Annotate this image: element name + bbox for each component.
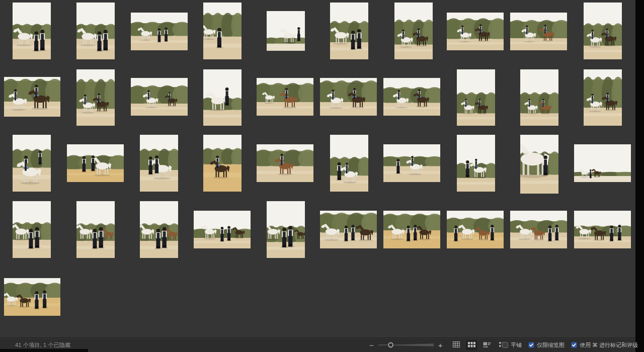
checkbox-checked-icon[interactable] <box>571 342 577 348</box>
photo-thumbnail[interactable] <box>574 144 631 182</box>
photo-thumbnail[interactable] <box>267 11 305 51</box>
photo-thumbnail[interactable] <box>203 135 242 192</box>
status-bar: 41 个项目, 1 个已隐藏 − + 平铺仅限缩览图使用 ⌘ 进行标记和评级 <box>0 337 635 352</box>
photo-thumbnail[interactable] <box>257 78 313 116</box>
checkbox-unchecked-icon[interactable] <box>502 342 508 348</box>
photo-thumbnail[interactable] <box>13 135 51 192</box>
photo-thumbnail[interactable] <box>584 69 622 126</box>
thumb-info-icon <box>483 341 491 349</box>
photo-thumbnail[interactable] <box>383 78 440 116</box>
photo-thumbnail[interactable] <box>267 201 305 258</box>
photo-thumbnail[interactable] <box>584 3 622 59</box>
photo-thumbnail[interactable] <box>383 211 440 248</box>
grid-outline-icon <box>452 341 460 349</box>
photo-thumbnail[interactable] <box>76 3 115 59</box>
photo-thumbnail[interactable] <box>203 3 242 59</box>
photo-thumbnail[interactable] <box>131 13 188 50</box>
grid-filled-icon <box>468 342 475 348</box>
view-mode-switcher <box>451 338 508 352</box>
option-label: 仅限缩览图 <box>537 341 565 349</box>
photo-thumbnail[interactable] <box>383 144 440 182</box>
thumbnail-grid <box>0 0 635 338</box>
photo-thumbnail[interactable] <box>447 13 504 50</box>
photo-thumbnail[interactable] <box>330 3 368 59</box>
option-checkbox-2[interactable]: 仅限缩览图 <box>528 341 565 349</box>
photo-thumbnail[interactable] <box>510 211 567 248</box>
photo-thumbnail[interactable] <box>13 3 51 59</box>
browser-options: 平铺仅限缩览图使用 ⌘ 进行标记和评级 <box>502 338 638 352</box>
photo-thumbnail[interactable] <box>4 278 60 316</box>
view-mode-thumb-info-button[interactable] <box>481 340 493 350</box>
photo-thumbnail[interactable] <box>320 211 377 248</box>
photo-thumbnail[interactable] <box>4 77 60 117</box>
photo-thumbnail[interactable] <box>13 201 51 258</box>
option-checkbox-1[interactable]: 平铺 <box>502 341 522 349</box>
photo-thumbnail[interactable] <box>140 201 178 258</box>
photo-thumbnail[interactable] <box>394 3 433 59</box>
zoom-in-button[interactable]: + <box>437 341 444 349</box>
photo-thumbnail[interactable] <box>76 69 115 126</box>
photo-thumbnail[interactable] <box>194 211 251 248</box>
photo-thumbnail[interactable] <box>320 78 377 116</box>
option-label: 平铺 <box>511 341 522 349</box>
photo-thumbnail[interactable] <box>257 144 313 182</box>
photo-thumbnail[interactable] <box>131 78 188 116</box>
photo-thumbnail[interactable] <box>447 211 504 248</box>
window-bottom-edge <box>0 349 88 352</box>
photo-thumbnail[interactable] <box>520 135 558 194</box>
zoom-out-button[interactable]: − <box>368 341 375 349</box>
option-checkbox-3[interactable]: 使用 ⌘ 进行标记和评级 <box>571 341 638 349</box>
thumbnail-zoom-control: − + <box>368 338 444 352</box>
photo-thumbnail[interactable] <box>140 135 178 192</box>
view-mode-grid-outline-button[interactable] <box>451 339 462 350</box>
photo-thumbnail[interactable] <box>203 69 242 126</box>
thumbnail-size-slider[interactable] <box>378 341 434 349</box>
photo-thumbnail[interactable] <box>330 135 368 192</box>
view-mode-grid-filled-button[interactable] <box>466 340 477 350</box>
photo-thumbnail[interactable] <box>457 69 495 126</box>
photo-thumbnail[interactable] <box>457 135 495 192</box>
photo-thumbnail[interactable] <box>67 144 124 182</box>
option-label: 使用 ⌘ 进行标记和评级 <box>580 341 638 349</box>
photo-thumbnail[interactable] <box>76 201 115 258</box>
photo-thumbnail[interactable] <box>510 13 567 50</box>
photo-thumbnail[interactable] <box>520 69 558 126</box>
photo-thumbnail[interactable] <box>574 211 631 248</box>
checkbox-checked-icon[interactable] <box>528 342 534 348</box>
right-panel-edge <box>635 0 644 352</box>
